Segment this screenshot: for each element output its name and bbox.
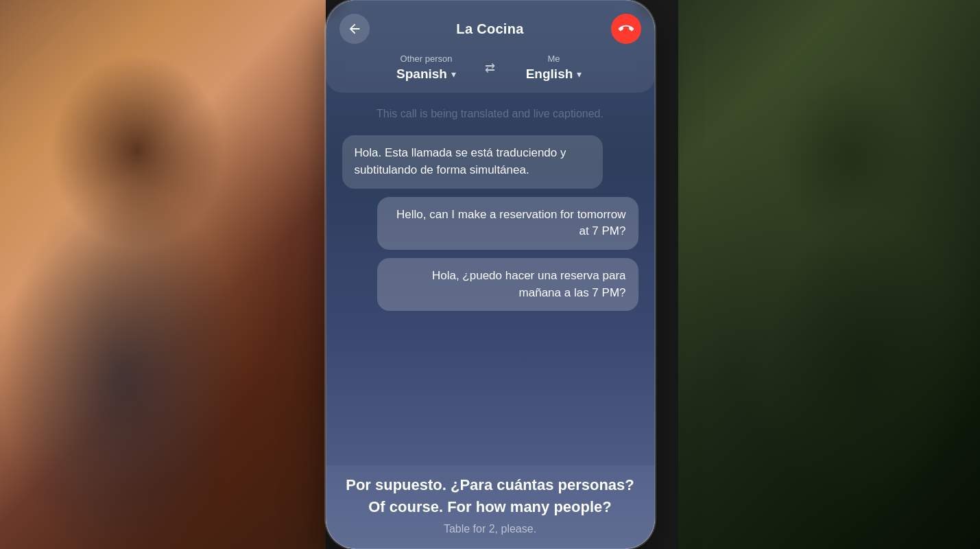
message-bubble-1: Hola. Esta llamada se está traduciendo y… — [342, 135, 603, 188]
back-icon — [347, 21, 362, 36]
live-caption-spanish: Por supuesto. ¿Para cuántas personas? — [342, 476, 638, 494]
message-text-3: Hola, ¿puedo hacer una reserva para maña… — [432, 269, 626, 299]
back-button[interactable] — [339, 14, 370, 44]
phone-frame: La Cocina Other person Spanish ▾ — [326, 0, 655, 549]
other-person-label: Other person — [401, 54, 453, 64]
my-lang-side: Me English ▾ — [510, 54, 599, 82]
app-title: La Cocina — [456, 21, 523, 37]
chat-area: This call is being translated and live c… — [326, 93, 655, 465]
live-caption-english: Of course. For how many people? — [342, 498, 638, 516]
end-call-icon — [615, 18, 636, 39]
other-language-name: Spanish — [396, 67, 447, 82]
message-text-2: Hello, can I make a reservation for tomo… — [396, 208, 625, 238]
title-row: La Cocina — [339, 14, 641, 44]
woman-figure — [0, 0, 326, 549]
top-bar: La Cocina Other person Spanish ▾ — [326, 0, 655, 93]
message-bubble-2: Hello, can I make a reservation for tomo… — [377, 197, 638, 250]
message-bubble-3: Hola, ¿puedo hacer una reserva para maña… — [377, 258, 638, 311]
language-selector-row: Other person Spanish ▾ ⇄ Me English — [339, 54, 641, 82]
faded-caption: This call is being translated and live c… — [342, 106, 638, 121]
man-figure — [678, 0, 980, 549]
end-call-button[interactable] — [611, 14, 641, 44]
other-person-lang-side: Other person Spanish ▾ — [382, 54, 471, 82]
other-language-chevron: ▾ — [451, 69, 456, 80]
phone-inner: La Cocina Other person Spanish ▾ — [326, 0, 655, 549]
background-right — [678, 0, 980, 549]
other-language-selector[interactable]: Spanish ▾ — [396, 67, 456, 82]
swap-icon: ⇄ — [485, 60, 495, 75]
me-label: Me — [547, 54, 560, 64]
message-text-1: Hola. Esta llamada se está traduciendo y… — [355, 146, 566, 176]
live-caption-area: Por supuesto. ¿Para cuántas personas? Of… — [326, 465, 655, 549]
phone-container: La Cocina Other person Spanish ▾ — [312, 0, 669, 549]
my-language-chevron: ▾ — [577, 69, 582, 80]
background-left — [0, 0, 326, 549]
swap-languages-button[interactable]: ⇄ — [479, 57, 501, 79]
my-language-selector[interactable]: English ▾ — [526, 67, 582, 82]
live-caption-next: Table for 2, please. — [342, 523, 638, 535]
my-language-name: English — [526, 67, 573, 82]
